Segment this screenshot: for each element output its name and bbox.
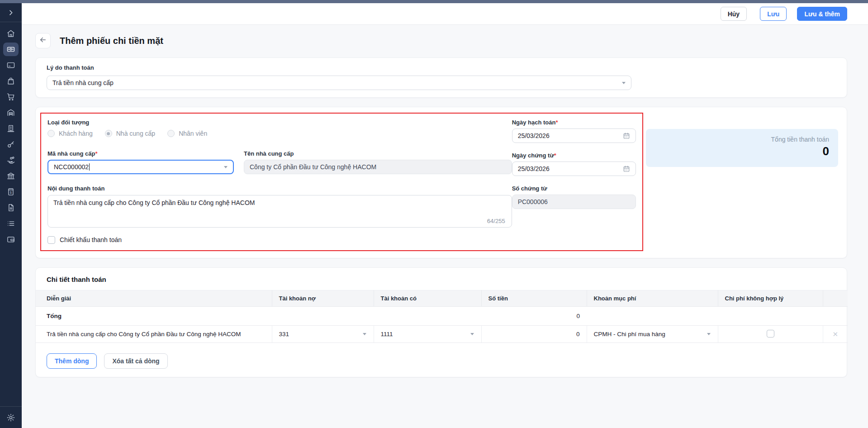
radio-supplier[interactable] bbox=[105, 130, 112, 137]
sidebar-item-cash[interactable] bbox=[3, 43, 19, 56]
discount-check-row: Chiết khấu thanh toán bbox=[47, 236, 512, 244]
building-icon bbox=[6, 124, 15, 133]
detail-title: Chi tiết thanh toán bbox=[36, 268, 847, 290]
document-number-value: PC000006 bbox=[518, 198, 548, 205]
supplier-fields-row: Mã nhà cung cấp* NCC000002 Tên nhà cung … bbox=[47, 150, 512, 174]
sidebar-item-document[interactable] bbox=[3, 201, 19, 214]
total-amount-value: 0 bbox=[655, 144, 829, 158]
bank-icon bbox=[6, 171, 15, 181]
col-amount: Số tiền bbox=[481, 290, 587, 307]
sidebar-item-settings[interactable] bbox=[0, 406, 22, 428]
calendar-icon[interactable] bbox=[623, 132, 630, 139]
invoice-dollar-icon: $ bbox=[6, 187, 15, 196]
payment-content-field: Nội dung thanh toán Trả tiền nhà cung cấ… bbox=[47, 184, 512, 228]
posting-date-field: Ngày hạch toán* 25/03/2026 bbox=[512, 119, 636, 143]
sidebar-item-list[interactable] bbox=[3, 217, 19, 230]
reason-card: Lý do thanh toán Trả tiền nhà cung cấp bbox=[35, 57, 847, 98]
col-debit-account: Tài khoản nợ bbox=[272, 290, 374, 307]
sidebar-item-wallet[interactable] bbox=[3, 233, 19, 246]
detail-table: Diễn giải Tài khoản nợ Tài khoản có Số t… bbox=[36, 290, 848, 343]
total-amount-label: Tổng tiền thanh toán bbox=[655, 136, 829, 143]
supplier-name-value: Công ty Cổ phần Đầu tư Công nghệ HACOM bbox=[250, 163, 376, 171]
warehouse-icon bbox=[6, 108, 15, 117]
debit-account-value: 331 bbox=[279, 331, 289, 338]
save-button[interactable]: Lưu bbox=[760, 7, 787, 21]
home-icon bbox=[6, 29, 15, 38]
document-number-input: PC000006 bbox=[512, 195, 636, 209]
sidebar-item-invoice-dollar[interactable]: $ bbox=[3, 185, 19, 199]
sidebar-item-hand-coins[interactable] bbox=[3, 153, 19, 167]
detail-card: Chi tiết thanh toán Diễn giải Tài khoản … bbox=[35, 267, 847, 377]
page-title: Thêm phiếu chi tiền mặt bbox=[60, 36, 163, 46]
supplier-code-field: Mã nhà cung cấp* NCC000002 bbox=[47, 150, 234, 174]
sidebar-nav: $ bbox=[0, 22, 22, 406]
sidebar-item-credit-card[interactable] bbox=[3, 58, 19, 72]
wallet-icon bbox=[6, 235, 15, 244]
chevron-down-icon bbox=[224, 166, 228, 168]
col-credit-account: Tài khoản có bbox=[374, 290, 481, 307]
cancel-button[interactable]: Hủy bbox=[721, 7, 747, 21]
invalid-expense-checkbox[interactable] bbox=[767, 330, 774, 338]
sidebar-item-warehouse[interactable] bbox=[3, 106, 19, 119]
document-date-value: 25/03/2026 bbox=[518, 165, 550, 172]
credit-account-select[interactable]: 1111 bbox=[381, 331, 481, 338]
col-expense-item: Khoản mục phí bbox=[587, 290, 718, 307]
sidebar-expand-button[interactable] bbox=[0, 3, 22, 22]
posting-date-value: 25/03/2026 bbox=[518, 132, 550, 139]
main-content: Thêm phiếu chi tiền mặt Lý do thanh toán… bbox=[22, 25, 868, 428]
sidebar-item-building[interactable] bbox=[3, 122, 19, 135]
sidebar-item-key[interactable] bbox=[3, 138, 19, 151]
reason-select[interactable]: Trả tiền nhà cung cấp bbox=[47, 76, 631, 90]
posting-date-input[interactable]: 25/03/2026 bbox=[512, 128, 636, 143]
info-left-column: Loại đối tượng Khách hàng Nhà cung cấp N… bbox=[47, 119, 512, 244]
payment-content-value: Trả tiền nhà cung cấp cho Công ty Cổ phầ… bbox=[53, 199, 255, 206]
document-date-label: Ngày chứng từ* bbox=[512, 152, 636, 159]
discount-checkbox[interactable] bbox=[47, 236, 55, 244]
document-date-field: Ngày chứng từ* 25/03/2026 bbox=[512, 152, 636, 176]
row-amount-input[interactable]: 0 bbox=[481, 326, 587, 343]
arrow-left-icon bbox=[39, 36, 47, 46]
window-top-strip bbox=[0, 0, 868, 3]
chevron-down-icon bbox=[470, 333, 474, 335]
radio-customer-label: Khách hàng bbox=[59, 130, 93, 137]
total-row-label: Tổng bbox=[36, 307, 272, 326]
supplier-name-input: Công ty Cổ phần Đầu tư Công nghệ HACOM bbox=[244, 160, 512, 174]
shopping-cart-icon bbox=[6, 92, 15, 101]
delete-row-icon[interactable]: ✕ bbox=[823, 330, 848, 338]
sidebar-item-shopping-cart[interactable] bbox=[3, 90, 19, 104]
supplier-name-field: Tên nhà cung cấp Công ty Cổ phần Đầu tư … bbox=[244, 150, 512, 174]
discount-checkbox-label: Chiết khấu thanh toán bbox=[60, 236, 122, 243]
calendar-icon[interactable] bbox=[623, 165, 630, 172]
info-card: Loại đối tượng Khách hàng Nhà cung cấp N… bbox=[35, 107, 847, 258]
required-asterisk: * bbox=[554, 152, 556, 159]
supplier-code-label: Mã nhà cung cấp* bbox=[47, 150, 234, 157]
table-header-row: Diễn giải Tài khoản nợ Tài khoản có Số t… bbox=[36, 290, 848, 307]
document-date-input[interactable]: 25/03/2026 bbox=[512, 162, 636, 176]
sidebar-item-home[interactable] bbox=[3, 27, 19, 40]
char-counter: 64/255 bbox=[487, 218, 505, 224]
sidebar-item-shopping-bag[interactable] bbox=[3, 74, 19, 88]
reason-select-value: Trả tiền nhà cung cấp bbox=[52, 79, 114, 86]
save-and-add-button[interactable]: Lưu & thêm bbox=[797, 7, 847, 21]
cash-icon bbox=[6, 45, 15, 54]
highlighted-region: Loại đối tượng Khách hàng Nhà cung cấp N… bbox=[40, 113, 643, 251]
back-button[interactable] bbox=[35, 33, 51, 48]
radio-employee[interactable] bbox=[167, 130, 175, 137]
col-description: Diễn giải bbox=[36, 290, 272, 307]
table-actions: Thêm dòng Xóa tất cả dòng bbox=[47, 353, 847, 369]
delete-all-rows-button[interactable]: Xóa tất cả dòng bbox=[104, 353, 167, 369]
add-row-button[interactable]: Thêm dòng bbox=[47, 353, 97, 369]
supplier-code-select[interactable]: NCC000002 bbox=[47, 160, 234, 174]
debit-account-select[interactable]: 331 bbox=[279, 331, 374, 338]
sidebar-item-bank[interactable] bbox=[3, 169, 19, 183]
expense-item-select[interactable]: CPMH - Chi phí mua hàng bbox=[594, 331, 718, 338]
payment-content-label: Nội dung thanh toán bbox=[47, 185, 104, 192]
shopping-bag-icon bbox=[6, 76, 15, 86]
payment-content-textarea[interactable]: Trả tiền nhà cung cấp cho Công ty Cổ phầ… bbox=[47, 195, 512, 228]
radio-employee-label: Nhân viên bbox=[179, 130, 207, 137]
page-header: Thêm phiếu chi tiền mặt bbox=[35, 33, 847, 48]
radio-customer[interactable] bbox=[47, 130, 55, 137]
required-asterisk: * bbox=[555, 119, 558, 126]
total-amount-panel: Tổng tiền thanh toán 0 bbox=[646, 129, 838, 167]
list-icon bbox=[6, 219, 15, 228]
